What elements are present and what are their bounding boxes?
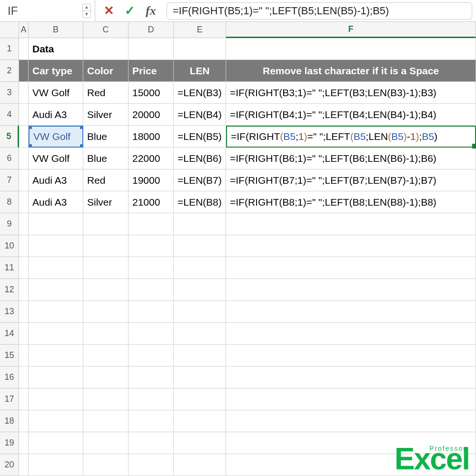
cell[interactable] <box>29 388 83 410</box>
cell[interactable]: =LEN(B8) <box>174 191 226 213</box>
cell[interactable] <box>19 148 29 169</box>
cell[interactable] <box>129 345 174 367</box>
row-header[interactable]: 12 <box>0 279 19 301</box>
row-header[interactable]: 3 <box>0 82 19 104</box>
cell[interactable] <box>19 104 29 126</box>
cell[interactable] <box>19 301 29 323</box>
cell[interactable] <box>19 60 29 82</box>
cell[interactable] <box>226 279 476 301</box>
cell[interactable] <box>83 235 129 257</box>
cell[interactable] <box>83 454 129 476</box>
cell[interactable] <box>174 257 226 279</box>
cell[interactable] <box>174 345 226 367</box>
cell[interactable] <box>83 257 129 279</box>
cell[interactable] <box>29 454 83 476</box>
cell[interactable] <box>19 126 29 148</box>
cell[interactable] <box>29 410 83 432</box>
cell[interactable] <box>226 388 476 410</box>
th-remove[interactable]: Remove last character if it is a Space <box>226 60 476 82</box>
cell[interactable] <box>129 38 174 60</box>
cell[interactable]: =LEN(B4) <box>174 104 226 126</box>
cell[interactable] <box>19 367 29 388</box>
col-header-F[interactable]: F <box>226 22 476 38</box>
cell[interactable] <box>174 38 226 60</box>
row-header[interactable]: 15 <box>0 345 19 367</box>
cell[interactable] <box>83 323 129 345</box>
th-color[interactable]: Color <box>83 60 129 82</box>
row-header[interactable]: 8 <box>0 191 19 213</box>
cell[interactable] <box>19 38 29 60</box>
cell[interactable]: Audi A3 <box>29 169 83 191</box>
cell[interactable]: VW Golf <box>29 82 83 104</box>
cell[interactable] <box>19 323 29 345</box>
cell[interactable]: =IF(RIGHT(B3;1)=" ";LEFT(B3;LEN(B3)-1);B… <box>226 82 476 104</box>
cell[interactable] <box>19 410 29 432</box>
row-header[interactable]: 6 <box>0 148 19 169</box>
cell[interactable] <box>83 345 129 367</box>
row-header[interactable]: 17 <box>0 388 19 410</box>
cell[interactable] <box>83 410 129 432</box>
cell[interactable] <box>19 454 29 476</box>
cell[interactable] <box>83 388 129 410</box>
cell[interactable] <box>29 301 83 323</box>
cell[interactable] <box>29 213 83 235</box>
cell[interactable] <box>226 257 476 279</box>
cell[interactable] <box>226 301 476 323</box>
cell[interactable] <box>226 213 476 235</box>
cell[interactable] <box>226 345 476 367</box>
row-header[interactable]: 5 <box>0 126 19 148</box>
cell[interactable] <box>83 213 129 235</box>
cancel-icon[interactable]: ✕ <box>104 3 114 18</box>
row-header[interactable]: 13 <box>0 301 19 323</box>
cell[interactable] <box>174 432 226 454</box>
cell[interactable] <box>129 432 174 454</box>
cell[interactable]: =LEN(B6) <box>174 148 226 169</box>
cell[interactable] <box>129 388 174 410</box>
col-header-B[interactable]: B <box>29 22 83 38</box>
cell[interactable] <box>174 388 226 410</box>
cell[interactable]: 18000 <box>129 126 174 148</box>
cell[interactable] <box>29 257 83 279</box>
formula-input[interactable]: =IF(RIGHT(B5;1)=" ";LEFT(B5;LEN(B5)-1);B… <box>167 2 472 20</box>
row-header[interactable]: 18 <box>0 410 19 432</box>
cell[interactable]: =IF(RIGHT(B7;1)=" ";LEFT(B7;LEN(B7)-1);B… <box>226 169 476 191</box>
cell[interactable] <box>19 82 29 104</box>
row-header[interactable]: 16 <box>0 367 19 388</box>
active-cell-F5[interactable]: =IF(RIGHT(B5;1)=" ";LEFT(B5;LEN(B5)-1);B… <box>226 126 476 148</box>
cell[interactable] <box>129 257 174 279</box>
cell[interactable] <box>174 213 226 235</box>
cell[interactable] <box>19 345 29 367</box>
col-header-D[interactable]: D <box>129 22 174 38</box>
cell[interactable]: =IF(RIGHT(B8;1)=" ";LEFT(B8;LEN(B8)-1);B… <box>226 191 476 213</box>
cell[interactable] <box>129 367 174 388</box>
cell[interactable]: =LEN(B5) <box>174 126 226 148</box>
cell[interactable] <box>174 410 226 432</box>
col-header-E[interactable]: E <box>174 22 226 38</box>
row-header[interactable]: 1 <box>0 38 19 60</box>
chevron-up-icon[interactable]: ▲ <box>83 4 90 11</box>
cell[interactable] <box>29 323 83 345</box>
cell[interactable] <box>226 323 476 345</box>
cell[interactable] <box>129 323 174 345</box>
cell[interactable] <box>19 388 29 410</box>
cell[interactable]: Audi A3 <box>29 191 83 213</box>
row-header[interactable]: 19 <box>0 432 19 454</box>
select-all-corner[interactable] <box>0 22 19 38</box>
cell[interactable] <box>129 301 174 323</box>
cell[interactable]: VW Golf <box>29 148 83 169</box>
cell[interactable] <box>29 345 83 367</box>
cell[interactable] <box>19 257 29 279</box>
cell[interactable] <box>29 367 83 388</box>
cell[interactable] <box>174 235 226 257</box>
cell[interactable]: Red <box>83 169 129 191</box>
cell[interactable] <box>226 38 476 60</box>
cell[interactable]: Blue <box>83 126 129 148</box>
cell[interactable] <box>83 367 129 388</box>
cell[interactable] <box>174 454 226 476</box>
data-title[interactable]: Data <box>29 38 83 60</box>
row-header[interactable]: 10 <box>0 235 19 257</box>
cell[interactable]: 22000 <box>129 148 174 169</box>
row-header[interactable]: 9 <box>0 213 19 235</box>
cell[interactable] <box>129 235 174 257</box>
row-header[interactable]: 2 <box>0 60 19 82</box>
